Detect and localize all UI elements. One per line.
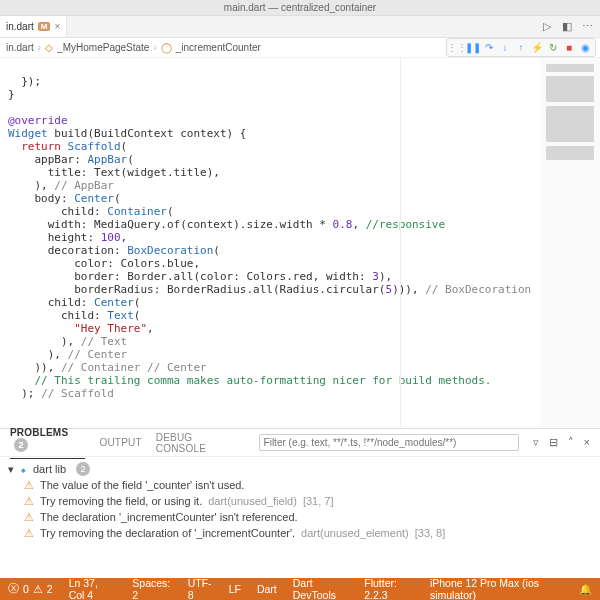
- status-errors[interactable]: ⓧ0 ⚠2: [0, 582, 61, 596]
- more-icon[interactable]: ⋯: [580, 20, 594, 34]
- problem-hint: Try removing the declaration of '_increm…: [40, 527, 295, 539]
- problems-group[interactable]: ▾ ⬥ dart lib 2: [8, 461, 592, 477]
- status-flutter[interactable]: Flutter: 2.2.3: [356, 577, 422, 600]
- problems-list: ▾ ⬥ dart lib 2 ⚠ The value of the field …: [0, 457, 600, 578]
- warning-icon: ⚠: [24, 495, 34, 508]
- code-editor[interactable]: }); } @override Widget build(BuildContex…: [0, 58, 540, 428]
- window-title: main.dart — centralized_container: [224, 2, 376, 13]
- problem-item[interactable]: ⚠ The value of the field '_counter' isn'…: [8, 477, 592, 493]
- dart-file-icon: ⬥: [20, 463, 27, 475]
- editor-ruler: [400, 58, 401, 428]
- window-titlebar: main.dart — centralized_container: [0, 0, 600, 16]
- tab-main-dart[interactable]: in.dart M ×: [0, 16, 67, 37]
- step-over-icon[interactable]: ↷: [482, 41, 496, 55]
- modified-badge: M: [38, 22, 51, 31]
- status-device[interactable]: iPhone 12 Pro Max (ios simulator): [422, 577, 571, 600]
- status-cursor-position[interactable]: Ln 37, Col 4: [61, 577, 125, 600]
- problem-item[interactable]: ⚠ The declaration '_incrementCounter' is…: [8, 509, 592, 525]
- problem-item[interactable]: ⚠ Try removing the field, or using it. d…: [8, 493, 592, 509]
- panel-tabs: PROBLEMS2 OUTPUT DEBUG CONSOLE ▿ ⊟ ˄ ×: [0, 429, 600, 457]
- chevron-up-icon[interactable]: ˄: [568, 436, 574, 449]
- run-icon[interactable]: ▷: [540, 20, 554, 34]
- breadcrumb-item-class[interactable]: _MyHomePageState: [57, 42, 149, 53]
- problems-filter-input[interactable]: [259, 434, 519, 451]
- status-devtools[interactable]: Dart DevTools: [285, 577, 357, 600]
- step-out-icon[interactable]: ↑: [514, 41, 528, 55]
- problem-code: dart(unused_field): [208, 495, 297, 507]
- problem-location: [33, 8]: [415, 527, 446, 539]
- collapse-all-icon[interactable]: ⊟: [549, 436, 558, 449]
- minimap[interactable]: [540, 58, 600, 428]
- chevron-right-icon: ›: [38, 42, 41, 53]
- chevron-right-icon: ›: [153, 42, 156, 53]
- status-bar: ⓧ0 ⚠2 Ln 37, Col 4 Spaces: 2 UTF-8 LF Da…: [0, 578, 600, 600]
- status-language[interactable]: Dart: [249, 583, 285, 595]
- editor-actions: ▷ ◧ ⋯: [534, 16, 600, 37]
- breadcrumb-item-method[interactable]: _incrementCounter: [176, 42, 261, 53]
- pause-icon[interactable]: ❚❚: [466, 41, 480, 55]
- breadcrumb-item-file[interactable]: in.dart: [6, 42, 34, 53]
- tab-debug-console[interactable]: DEBUG CONSOLE: [156, 432, 245, 454]
- status-eol[interactable]: LF: [221, 583, 249, 595]
- restart-icon[interactable]: ↻: [546, 41, 560, 55]
- problem-item[interactable]: ⚠ Try removing the declaration of '_incr…: [8, 525, 592, 541]
- class-icon: ◇: [45, 42, 53, 53]
- hot-reload-icon[interactable]: ⚡: [530, 41, 544, 55]
- warning-icon: ⚠: [33, 583, 43, 595]
- bottom-panel: PROBLEMS2 OUTPUT DEBUG CONSOLE ▿ ⊟ ˄ × ▾…: [0, 428, 600, 578]
- problem-message: The declaration '_incrementCounter' isn'…: [40, 511, 298, 523]
- problem-code: dart(unused_element): [301, 527, 409, 539]
- problem-hint: Try removing the field, or using it.: [40, 495, 202, 507]
- close-panel-icon[interactable]: ×: [584, 436, 590, 449]
- tab-output[interactable]: OUTPUT: [99, 437, 141, 448]
- warning-icon: ⚠: [24, 479, 34, 492]
- devtools-icon[interactable]: ◉: [578, 41, 592, 55]
- filter-icon[interactable]: ▿: [533, 436, 539, 449]
- step-into-icon[interactable]: ↓: [498, 41, 512, 55]
- split-icon[interactable]: ◧: [560, 20, 574, 34]
- breadcrumb: in.dart › ◇ _MyHomePageState › ◯ _increm…: [0, 38, 600, 58]
- editor-area[interactable]: }); } @override Widget build(BuildContex…: [0, 58, 600, 428]
- status-indent[interactable]: Spaces: 2: [124, 577, 179, 600]
- problems-count-badge: 2: [14, 438, 28, 452]
- problem-location: [31, 7]: [303, 495, 334, 507]
- error-icon: ⓧ: [8, 582, 19, 596]
- warning-icon: ⚠: [24, 527, 34, 540]
- stop-icon[interactable]: ■: [562, 41, 576, 55]
- status-encoding[interactable]: UTF-8: [180, 577, 221, 600]
- debug-toolbar[interactable]: ⋮⋮ ❚❚ ↷ ↓ ↑ ⚡ ↻ ■ ◉: [446, 38, 596, 57]
- method-icon: ◯: [161, 42, 172, 53]
- bell-icon[interactable]: 🔔: [571, 583, 600, 596]
- editor-tabs: in.dart M × ▷ ◧ ⋯: [0, 16, 600, 38]
- close-icon[interactable]: ×: [54, 21, 60, 32]
- tab-label: in.dart: [6, 21, 34, 32]
- problem-message: The value of the field '_counter' isn't …: [40, 479, 244, 491]
- chevron-down-icon: ▾: [8, 463, 14, 476]
- warning-icon: ⚠: [24, 511, 34, 524]
- group-label: dart lib: [33, 463, 66, 475]
- tab-problems[interactable]: PROBLEMS2: [10, 427, 85, 459]
- grip-icon[interactable]: ⋮⋮: [450, 41, 464, 55]
- group-count-badge: 2: [76, 462, 90, 476]
